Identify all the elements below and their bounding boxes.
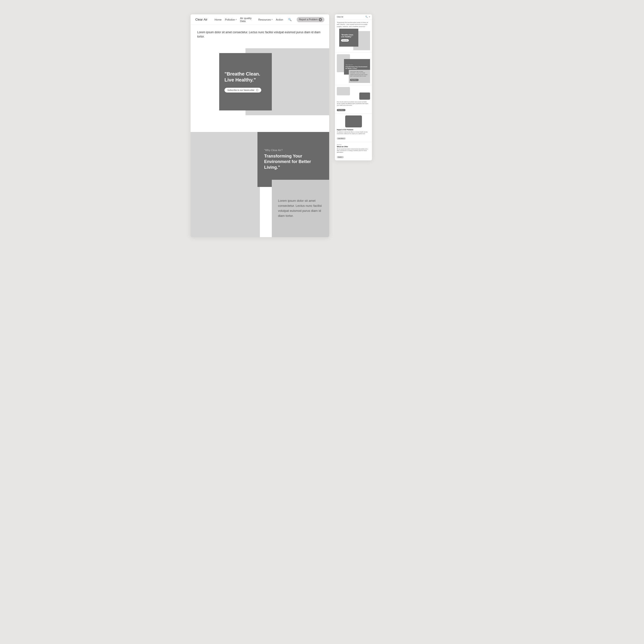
mobile-search-icon[interactable]: 🔍 <box>365 16 368 18</box>
mobile-hero1: "Experience the transformative power of … <box>335 20 372 52</box>
desktop-nav: Clear Air Home Pollution ▾ Air quality D… <box>191 14 329 25</box>
mobile-read-more-2-button[interactable]: Read More ℹ <box>337 109 345 111</box>
page-wrapper: Clear Air Home Pollution ▾ Air quality D… <box>191 14 453 237</box>
section2-body: Lorem ipsum dolor sit amet consectetur. … <box>278 198 323 218</box>
section2-dark-box: "Why Clear Air? Transforming Your Enviro… <box>257 132 329 187</box>
mobile-section2: "Why Clear Air? Transforming Your Enviro… <box>335 52 372 85</box>
section2-light-box: Lorem ipsum dolor sit amet consectetur. … <box>272 180 329 237</box>
mobile-menu-icon[interactable]: ≡ <box>369 16 370 18</box>
nav-cta-button[interactable]: Report a Problem ▲ <box>297 17 324 22</box>
mobile-hero1-inner: "Breathe Clean. Live Healthy." Subscribe <box>337 29 370 50</box>
mobile-s3-dark-rect <box>359 93 370 100</box>
section2-subtitle: "Why Clear Air? <box>264 149 322 152</box>
mobile-s4-image <box>345 115 362 127</box>
mobile-s2-subtitle: "Why Clear Air? <box>345 64 369 65</box>
section2-title: Transforming Your Environment for Better… <box>264 153 322 170</box>
mobile-services-body: We are passionate about environmental st… <box>337 148 370 153</box>
subscribe-icon: ℹ <box>256 89 258 91</box>
cta-label: Report a Problem <box>299 18 318 21</box>
mobile-nav-icons: 🔍 ≡ <box>365 16 370 18</box>
read-more-icon: ℹ <box>357 79 357 81</box>
mobile-s2-body: Lorem ipsum dolor sit amet consectetur. … <box>350 71 369 77</box>
nav-link-pollution[interactable]: Pollution ▾ <box>225 18 237 21</box>
logo-thin: Air <box>204 18 207 21</box>
mobile-s3-text: Dive into the world of air pollution and… <box>337 101 370 106</box>
subscribe-button[interactable]: Subscribe to our NewsLetter ℹ <box>224 88 261 93</box>
mobile-nav: Clear Air 🔍 ≡ <box>335 14 372 20</box>
mobile-section5: Services What we Offer We are passionate… <box>335 142 372 160</box>
mobile-hero-quote: "Experience the transformative power of … <box>337 22 370 27</box>
section2: "Why Clear Air? Transforming Your Enviro… <box>191 132 329 237</box>
read-more-label: Read More <box>351 79 356 81</box>
search-button[interactable]: 🔍 <box>288 18 292 22</box>
nav-link-home[interactable]: Home <box>215 18 222 21</box>
logo-bold: Clear <box>195 18 203 21</box>
subscribe-label: Subscribe to our NewsLetter <box>227 89 255 91</box>
mobile-s3-light-rect <box>337 87 350 95</box>
nav-link-airquality[interactable]: Air quality Data <box>240 17 255 22</box>
read-more-2-icon: ℹ <box>344 109 344 111</box>
mobile-s3-visuals <box>337 87 370 100</box>
section2-bg-light <box>191 132 260 237</box>
mobile-s2-title: Transforming Your Environment for Better… <box>345 66 369 69</box>
mobile-logo: Clear Air <box>337 16 343 18</box>
explore-label: Explore + <box>338 157 343 158</box>
hero-section: "Breathe Clean. Live Healthy." Subscribe… <box>191 41 329 132</box>
desktop-mockup: Clear Air Home Pollution ▾ Air quality D… <box>191 14 329 237</box>
mobile-services-label: Services <box>337 144 370 145</box>
mobile-read-more-button[interactable]: Read More ℹ <box>350 79 359 81</box>
mobile-logo-bold: Clear <box>337 16 341 18</box>
hero-dark-box: "Breathe Clean. Live Healthy." Subscribe… <box>219 53 272 110</box>
mobile-impact-body: Air pollution's detrimental effects on h… <box>337 131 370 135</box>
hero-intro-text: Lorem ipsum dolor sit amet consectetur. … <box>191 25 329 41</box>
mobile-impact-title: Impact of Air Pollution <box>337 129 370 131</box>
mobile-services-title: What we Offer <box>337 146 370 147</box>
mobile-explore-button[interactable]: Explore + <box>337 156 344 158</box>
mobile-s2-light: Lorem ipsum dolor sit amet consectetur. … <box>349 70 370 83</box>
mobile-hero-tagline: "Breathe Clean. Live Healthy." <box>341 34 356 38</box>
mobile-subscribe-button[interactable]: Subscribe <box>341 39 349 42</box>
mobile-learn-more-button[interactable]: Learn More ℹ <box>337 137 346 140</box>
nav-link-resources[interactable]: Resources ▾ <box>258 18 273 21</box>
read-more-2-label: Read More <box>338 109 343 111</box>
nav-links: Home Pollution ▾ Air quality Data Resour… <box>215 17 283 22</box>
mobile-hero-dark-box: "Breathe Clean. Live Healthy." Subscribe <box>339 29 358 47</box>
mobile-section3: Dive into the world of air pollution and… <box>335 85 372 114</box>
cta-dot-icon: ▲ <box>319 18 322 21</box>
mobile-section4: Impact of Air Pollution Air pollution's … <box>335 114 372 142</box>
learn-more-icon: ℹ <box>344 138 344 139</box>
nav-logo: Clear Air <box>195 18 207 21</box>
mobile-logo-thin: Air <box>341 16 344 18</box>
hero-tagline: "Breathe Clean. Live Healthy." <box>224 71 267 83</box>
learn-more-label: Learn More <box>338 138 344 139</box>
mobile-s2-inner: "Why Clear Air? Transforming Your Enviro… <box>337 54 370 83</box>
mobile-mockup: Clear Air 🔍 ≡ "Experience the transforma… <box>335 14 372 160</box>
nav-link-action[interactable]: Action <box>276 18 283 21</box>
